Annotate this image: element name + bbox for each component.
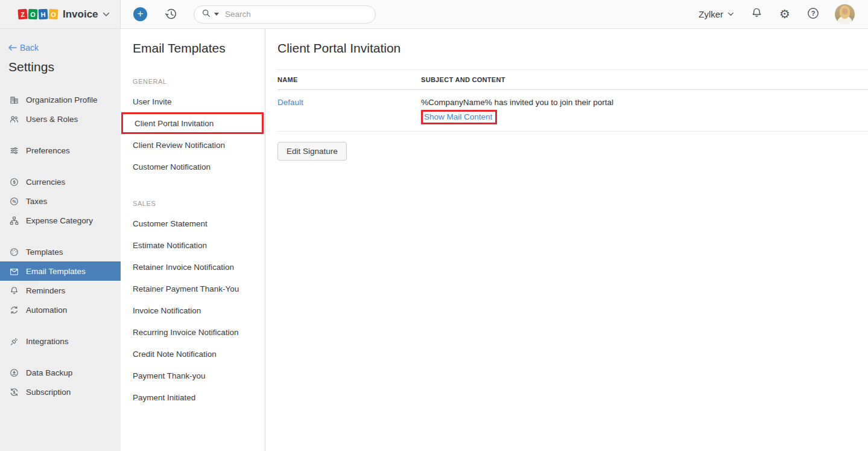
sidebar-item-label: Currencies [26, 178, 65, 187]
org-name: Zylker [699, 9, 723, 19]
sidebar-item-label: Integrations [26, 337, 69, 346]
template-item-customer-statement[interactable]: Customer Statement [121, 213, 265, 234]
template-item-label: Credit Note Notification [133, 350, 217, 359]
template-item-label: User Invite [133, 97, 172, 106]
logo-tile: O [48, 8, 58, 19]
chevron-down-icon[interactable] [103, 12, 110, 17]
svg-text:$: $ [13, 179, 16, 185]
sidebar-item-label: Templates [26, 248, 63, 257]
svg-text:%: % [12, 199, 16, 203]
download-circle-icon [8, 367, 19, 378]
currency-dollar-icon: $ [8, 176, 19, 187]
top-bar: Z O H O Invoice + Zylker [0, 0, 868, 29]
back-link[interactable]: Back [8, 43, 39, 53]
percent-icon: % [8, 196, 19, 206]
sidebar-item-users-roles[interactable]: Users & Roles [0, 109, 121, 129]
template-item-label: Retainer Invoice Notification [133, 263, 234, 272]
sidebar-item-label: Organization Profile [26, 95, 98, 104]
sidebar-item-label: Users & Roles [26, 115, 78, 124]
template-item-retainer-invoice-notification[interactable]: Retainer Invoice Notification [121, 256, 265, 278]
sidebar-item-label: Preferences [26, 146, 70, 155]
template-item-label: Payment Initiated [133, 393, 195, 402]
template-item-payment-initiated[interactable]: Payment Initiated [121, 386, 265, 408]
template-item-recurring-invoice-notification[interactable]: Recurring Invoice Notification [121, 321, 265, 343]
sidebar-item-currencies[interactable]: $ Currencies [0, 172, 121, 191]
edit-signature-button[interactable]: Edit Signature [277, 142, 347, 161]
template-item-payment-thank-you[interactable]: Payment Thank-you [121, 365, 265, 386]
back-label: Back [20, 43, 39, 53]
sidebar-item-email-templates[interactable]: Email Templates [0, 261, 121, 281]
template-item-client-portal-invitation highlight-annotation[interactable]: Client Portal Invitation [121, 112, 264, 134]
sidebar-item-integrations[interactable]: Integrations [0, 331, 121, 351]
section-header-sales: SALES [133, 200, 265, 207]
email-templates-panel: Email Templates GENERAL User Invite Clie… [121, 29, 265, 451]
template-detail-panel: Client Portal Invitation NAME SUBJECT AN… [265, 29, 868, 451]
subject-text: %CompanyName% has invited you to join th… [421, 98, 868, 107]
notifications-bell-icon[interactable] [750, 7, 763, 22]
search-input[interactable] [225, 10, 368, 19]
template-item-label: Recurring Invoice Notification [133, 328, 239, 337]
sidebar-item-templates[interactable]: Templates [0, 242, 121, 261]
template-item-label: Customer Notification [133, 162, 211, 171]
template-item-client-review-notification[interactable]: Client Review Notification [121, 134, 265, 156]
template-item-label: Client Review Notification [133, 141, 225, 150]
settings-nav: Organization Profile Users & Roles [0, 90, 121, 401]
bell-icon [8, 285, 19, 296]
users-icon [8, 114, 19, 124]
column-header-subject: SUBJECT AND CONTENT [421, 76, 868, 83]
plug-icon [8, 336, 19, 347]
sidebar-item-label: Automation [26, 305, 67, 315]
sidebar-item-label: Expense Category [26, 216, 93, 225]
org-switcher[interactable]: Zylker [699, 9, 734, 19]
app-logo[interactable]: Z O H O Invoice [0, 0, 121, 29]
sidebar-item-organization-profile[interactable]: Organization Profile [0, 90, 121, 109]
sidebar-item-preferences[interactable]: Preferences [0, 141, 121, 160]
palette-icon [8, 246, 19, 257]
top-bar-main: + Zylker [121, 0, 868, 29]
zoho-logo-icon: Z O H O [18, 9, 58, 19]
sidebar-item-subscription[interactable]: $ Subscription [0, 382, 121, 401]
template-item-credit-note-notification[interactable]: Credit Note Notification [121, 343, 265, 365]
template-item-invoice-notification[interactable]: Invoice Notification [121, 299, 265, 321]
settings-title: Settings [8, 60, 121, 74]
search-scope-caret-icon[interactable] [214, 13, 219, 16]
template-item-label: Customer Statement [133, 219, 207, 228]
envelope-icon [8, 266, 19, 277]
sidebar-item-taxes[interactable]: % Taxes [0, 191, 121, 211]
template-item-label: Payment Thank-you [133, 371, 206, 380]
template-item-user-invite[interactable]: User Invite [121, 91, 265, 112]
settings-sidebar: Back Settings Organization Profile [0, 29, 121, 451]
recent-history-icon[interactable] [164, 7, 178, 21]
template-name-link[interactable]: Default [277, 98, 303, 107]
template-item-label: Invoice Notification [133, 306, 201, 315]
sidebar-item-label: Email Templates [26, 267, 86, 276]
template-item-estimate-notification[interactable]: Estimate Notification [121, 234, 265, 256]
template-item-retainer-payment-thank-you[interactable]: Retainer Payment Thank-You [121, 278, 265, 299]
template-item-customer-notification[interactable]: Customer Notification [121, 156, 265, 178]
dollar-cycle-icon: $ [8, 386, 19, 397]
highlight-annotation: Show Mail Content [421, 110, 497, 124]
show-mail-content-link[interactable]: Show Mail Content [424, 112, 492, 121]
sidebar-item-label: Reminders [26, 286, 65, 295]
top-bar-right: Zylker ⚙ ? [699, 4, 868, 24]
template-item-label: Client Portal Invitation [135, 119, 214, 128]
sliders-icon [8, 145, 19, 156]
search-icon [201, 8, 211, 21]
column-header-name: NAME [277, 76, 421, 83]
table-header: NAME SUBJECT AND CONTENT [277, 69, 868, 90]
quick-create-button[interactable]: + [133, 7, 147, 21]
sidebar-item-label: Subscription [26, 388, 71, 397]
product-name: Invoice [63, 8, 98, 21]
user-avatar[interactable] [835, 4, 855, 24]
global-search[interactable] [194, 5, 376, 24]
sidebar-item-automation[interactable]: Automation [0, 300, 121, 319]
help-icon[interactable]: ? [806, 7, 820, 22]
svg-text:$: $ [13, 390, 15, 395]
panel-title: Email Templates [133, 41, 265, 56]
sidebar-item-data-backup[interactable]: Data Backup [0, 363, 121, 382]
sidebar-item-expense-category[interactable]: Expense Category [0, 211, 121, 230]
logo-tile: O [28, 9, 38, 20]
template-table: NAME SUBJECT AND CONTENT Default %Compan… [277, 69, 868, 132]
settings-gear-icon[interactable]: ⚙ [779, 8, 790, 21]
sidebar-item-reminders[interactable]: Reminders [0, 281, 121, 300]
